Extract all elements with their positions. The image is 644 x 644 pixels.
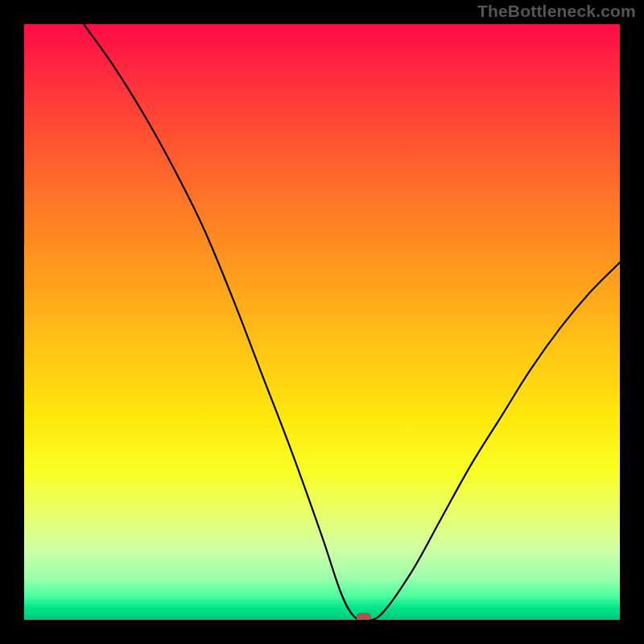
curve-svg	[24, 24, 620, 620]
optimal-marker	[357, 613, 371, 621]
plot-area	[24, 24, 620, 620]
chart-frame: TheBottleneck.com	[0, 0, 644, 644]
bottleneck-curve	[84, 24, 620, 620]
attribution-label: TheBottleneck.com	[477, 2, 636, 21]
